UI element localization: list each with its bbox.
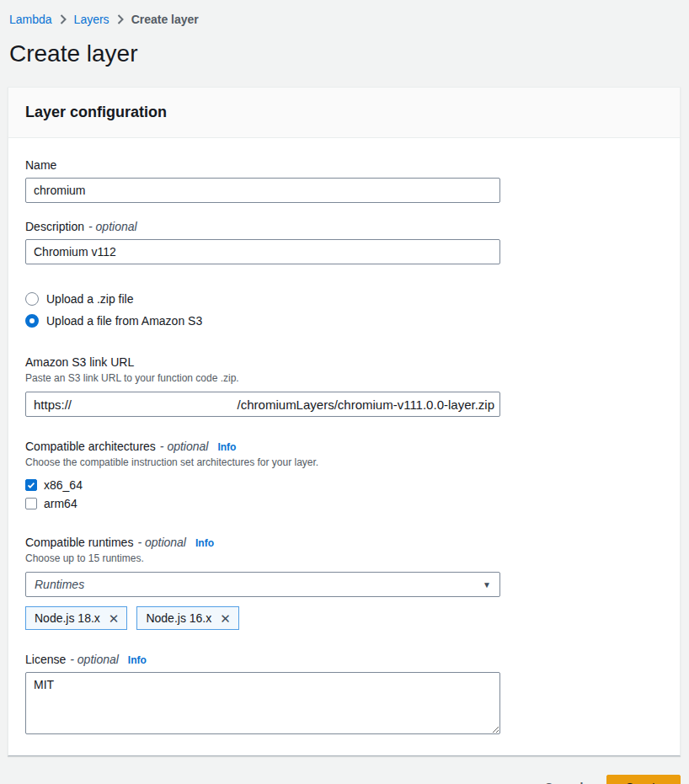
radio-upload-zip-label: Upload a .zip file [46,292,134,306]
name-input[interactable] [25,178,500,203]
description-optional-suffix: - optional [88,220,137,233]
chevron-right-icon [117,14,124,24]
page-title: Create layer [9,40,681,67]
license-textarea[interactable]: MIT [25,672,500,734]
chevron-right-icon [60,14,67,24]
breadcrumb-link-layers[interactable]: Layers [74,13,109,26]
s3-url-input[interactable]: https:// /chromiumLayers/chromium-v111.0… [25,392,500,417]
architectures-field: Compatible architectures - optional Info… [25,440,663,513]
breadcrumb-current: Create layer [131,13,199,26]
s3-url-constraint: Paste an S3 link URL to your function co… [25,372,663,384]
checkbox-x86-64-label: x86_64 [44,478,83,492]
license-info-link[interactable]: Info [128,654,147,666]
description-field: Description - optional [25,220,663,264]
description-input[interactable] [25,239,500,264]
cancel-button[interactable]: Cancel [542,776,585,784]
runtimes-label: Compatible runtimes [25,536,133,549]
radio-upload-s3-label: Upload a file from Amazon S3 [46,314,202,328]
breadcrumb-link-lambda[interactable]: Lambda [9,13,52,26]
checkbox-checked-icon[interactable] [25,479,37,491]
layer-configuration-panel: Layer configuration Name Description - o… [8,87,681,756]
name-label: Name [25,158,56,172]
runtimes-constraint: Choose up to 15 runtimes. [25,552,663,564]
s3-url-value-suffix: /chromiumLayers/chromium-v111.0.0-layer.… [238,397,494,412]
panel-title: Layer configuration [25,104,663,121]
s3-url-value-prefix: https:// [34,397,72,412]
runtime-token-nodejs-18: Node.js 18.x ✕ [25,606,127,630]
s3-url-label: Amazon S3 link URL [25,355,134,369]
radio-upload-zip[interactable]: Upload a .zip file [25,288,663,310]
runtimes-optional-suffix: - optional [137,536,186,549]
radio-upload-s3[interactable]: Upload a file from Amazon S3 [25,310,663,332]
architectures-constraint: Choose the compatible instruction set ar… [25,456,663,468]
panel-header: Layer configuration [8,88,680,138]
license-field: License - optional Info MIT [25,653,663,737]
runtimes-token-list: Node.js 18.x ✕ Node.js 16.x ✕ [25,606,663,630]
chevron-down-icon: ▼ [483,580,491,589]
runtime-token-label: Node.js 16.x [146,611,211,625]
description-label: Description [25,220,84,233]
architectures-optional-suffix: - optional [160,440,209,453]
breadcrumb: Lambda Layers Create layer [0,0,689,26]
token-close-icon[interactable]: ✕ [220,612,231,625]
create-button[interactable]: Create [606,775,681,784]
footer-actions: Cancel Create [0,756,689,784]
runtimes-info-link[interactable]: Info [195,537,214,549]
name-field: Name [25,158,663,203]
radio-unselected-icon[interactable] [25,292,39,306]
checkbox-arm64-label: arm64 [44,497,77,510]
checkbox-arm64[interactable]: arm64 [25,494,663,513]
s3-url-field: Amazon S3 link URL Paste an S3 link URL … [25,355,663,417]
upload-source-radio-group: Upload a .zip file Upload a file from Am… [25,288,663,332]
runtimes-select-placeholder: Runtimes [35,578,84,591]
runtimes-select[interactable]: Runtimes ▼ [25,572,500,597]
runtime-token-label: Node.js 18.x [35,611,100,625]
checkbox-unchecked-icon[interactable] [25,498,37,509]
runtimes-field: Compatible runtimes - optional Info Choo… [25,536,663,630]
runtime-token-nodejs-16: Node.js 16.x ✕ [136,606,238,630]
license-optional-suffix: - optional [70,653,119,666]
radio-selected-icon[interactable] [25,314,39,328]
panel-body: Name Description - optional Upload a .zi… [8,138,680,755]
checkbox-x86-64[interactable]: x86_64 [25,476,663,494]
token-close-icon[interactable]: ✕ [109,612,120,625]
license-label: License [25,653,66,666]
architectures-label: Compatible architectures [25,440,156,453]
architectures-info-link[interactable]: Info [217,441,236,453]
